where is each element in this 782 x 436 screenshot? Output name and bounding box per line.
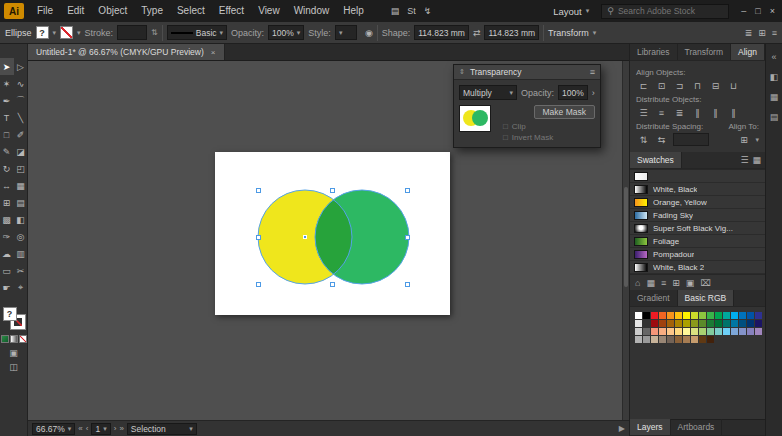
color-swatch[interactable] [691,320,698,327]
menu-view[interactable]: View [251,0,287,22]
hand-tool[interactable]: ☛ [0,279,14,296]
transform-chevron-icon[interactable]: ▾ [593,29,597,37]
draw-normal-mode-icon[interactable]: ▣ [9,348,18,358]
eraser-tool[interactable]: ◪ [14,143,28,160]
tab-layers[interactable]: Layers [630,419,671,435]
direct-selection-tool[interactable]: ▷ [14,58,28,75]
stroke-chevron-icon[interactable]: ▾ [77,29,81,37]
horizontal-align-center-icon[interactable]: ⊡ [654,79,669,92]
menu-effect[interactable]: Effect [212,0,251,22]
tab-transform[interactable]: Transform [678,44,731,60]
swatch-item[interactable]: Foliage [630,235,765,248]
swatch-item[interactable]: Pompadour [630,248,765,261]
color-swatch[interactable] [755,320,762,327]
make-mask-button[interactable]: Make Mask [534,105,595,119]
curvature-tool[interactable]: ⌒ [14,92,28,109]
selection-handle-bottom-left[interactable] [256,282,261,287]
menu-type[interactable]: Type [134,0,170,22]
canvas[interactable]: ⇕ Transparency ≡ Multiply ▾ Opacity: [28,61,629,420]
opacity-stepper-icon[interactable]: › [592,88,595,98]
show-swatch-kinds-icon[interactable]: ▦ [646,278,655,288]
rotate-tool[interactable]: ↻ [0,160,14,177]
selection-tool[interactable]: ➤ [0,58,14,75]
tab-swatches[interactable]: Swatches [630,152,682,168]
color-swatch[interactable] [675,336,682,343]
menu-object[interactable]: Object [91,0,134,22]
object-thumbnail[interactable] [459,105,491,132]
pen-tool[interactable]: ✒ [0,92,14,109]
stroke-color-indicator[interactable] [60,26,73,39]
swatch-item[interactable]: Super Soft Black Vig... [630,222,765,235]
scrollbar-thumb[interactable] [624,187,628,288]
color-swatch[interactable] [755,328,762,335]
paintbrush-tool[interactable]: ✐ [14,126,28,143]
touch-workspace-icon[interactable]: ▤ [391,6,400,16]
shape-height-field[interactable]: 114.823 mm [484,25,539,40]
color-swatch[interactable] [707,320,714,327]
next-artboard-icon[interactable]: › [114,424,117,433]
dock-menu-icon[interactable]: ≡ [772,28,777,38]
color-swatch[interactable] [651,320,658,327]
search-box[interactable]: ⚲ [601,4,729,19]
color-swatch[interactable] [659,328,666,335]
horizontal-distribute-space-icon[interactable]: ⇆ [654,133,669,146]
color-swatch[interactable] [715,312,722,319]
panel-menu-icon[interactable]: ≡ [590,67,595,77]
list-view-icon[interactable]: ☰ [740,155,748,165]
perspective-grid-tool[interactable]: ▤ [14,194,28,211]
fill-chevron-icon[interactable]: ▾ [53,29,57,37]
transparency-opacity-field[interactable]: 100% [558,85,588,100]
color-swatch[interactable] [747,328,754,335]
artboard-number-field[interactable]: 1 ▾ [91,423,110,435]
color-swatch[interactable] [739,312,746,319]
artboard[interactable] [215,152,450,315]
selection-handle-middle-left[interactable] [256,235,261,240]
color-swatch[interactable] [699,320,706,327]
selection-center-point[interactable] [303,235,307,239]
vertical-scrollbar[interactable] [622,61,629,420]
tab-gradient[interactable]: Gradient [630,290,678,306]
adobe-stock-icon[interactable]: St [407,6,416,16]
color-swatch[interactable] [699,336,706,343]
pencil-tool[interactable]: ✎ [0,143,14,160]
close-tab-icon[interactable]: × [211,48,216,57]
selection-handle-top-right[interactable] [405,188,410,193]
color-swatch[interactable] [731,312,738,319]
grid-view-icon[interactable]: ▦ [752,155,761,165]
color-swatch[interactable] [723,312,730,319]
swatch-item[interactable]: White, Black [630,183,765,196]
column-graph-tool[interactable]: ▥ [14,245,28,262]
fill-stroke-proxy[interactable]: ? [2,306,26,330]
panel-collapse-icon[interactable]: ⇕ [459,68,465,76]
color-swatch[interactable] [731,328,738,335]
horizontal-align-left-icon[interactable]: ⊏ [636,79,651,92]
color-swatch[interactable] [659,312,666,319]
color-swatch[interactable] [651,336,658,343]
horizontal-align-right-icon[interactable]: ⊐ [672,79,687,92]
color-swatch[interactable] [635,320,642,327]
new-swatch-icon[interactable]: ▣ [686,278,695,288]
shape-builder-tool[interactable]: ⊞ [0,194,14,211]
invert-mask-checkbox[interactable]: □ Invert Mask [503,133,553,142]
gpu-performance-icon[interactable]: ↯ [424,6,432,16]
color-swatch[interactable] [683,328,690,335]
stroke-weight-field[interactable] [117,25,147,40]
color-swatch[interactable] [643,320,650,327]
vertical-distribute-top-icon[interactable]: ☰ [636,106,651,119]
style-select[interactable]: ▾ [335,25,357,40]
color-swatch[interactable] [667,312,674,319]
document-tab[interactable]: Untitled-1* @ 66.67% (CMYK/GPU Preview) … [28,44,225,60]
blend-mode-select[interactable]: Multiply ▾ [459,85,517,100]
transparency-panel-header[interactable]: ⇕ Transparency ≡ [454,65,600,80]
menu-file[interactable]: File [30,0,60,22]
clip-checkbox[interactable]: □ Clip [503,122,526,131]
color-swatch[interactable] [667,336,674,343]
color-swatch[interactable] [723,328,730,335]
gradient-button[interactable] [10,335,18,343]
screen-mode-icon[interactable]: ◫ [9,362,18,372]
align-to-chevron-icon[interactable]: ▾ [755,136,759,144]
zoom-tool[interactable]: ⌖ [14,279,28,296]
stroke-weight-stepper[interactable]: ⇅ [151,28,158,37]
distribute-spacing-value-field[interactable] [673,133,709,146]
fill-proxy[interactable]: ? [3,307,17,321]
